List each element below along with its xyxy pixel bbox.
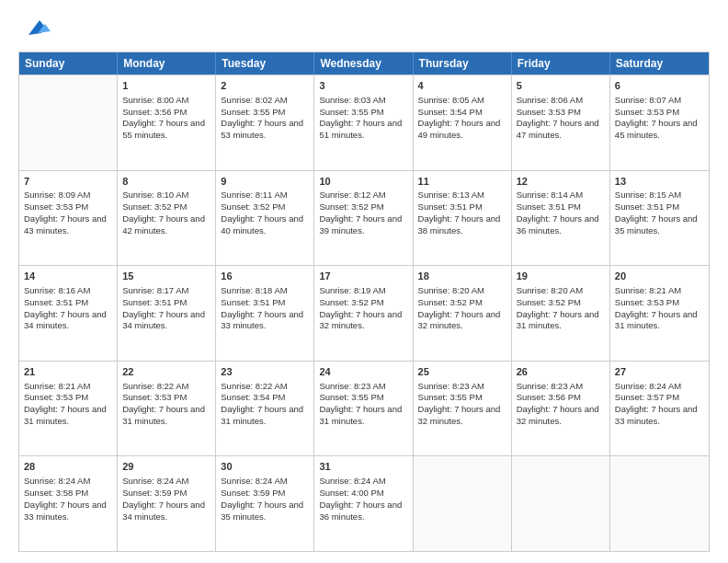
day-number: 3	[319, 79, 407, 93]
day-number: 6	[615, 79, 704, 93]
day-cell-30: 30Sunrise: 8:24 AMSunset: 3:59 PMDayligh…	[216, 456, 314, 551]
calendar: SundayMondayTuesdayWednesdayThursdayFrid…	[18, 52, 710, 552]
day-cell-11: 11Sunrise: 8:13 AMSunset: 3:51 PMDayligh…	[414, 171, 512, 266]
day-cell-29: 29Sunrise: 8:24 AMSunset: 3:59 PMDayligh…	[118, 456, 216, 551]
day-cell-31: 31Sunrise: 8:24 AMSunset: 4:00 PMDayligh…	[314, 456, 413, 551]
day-number: 29	[122, 460, 210, 474]
day-number: 26	[517, 365, 605, 379]
calendar-week-1: 1Sunrise: 8:00 AMSunset: 3:56 PMDaylight…	[19, 75, 709, 170]
day-info: Sunrise: 8:24 AMSunset: 3:59 PMDaylight:…	[221, 476, 309, 523]
day-info: Sunrise: 8:06 AMSunset: 3:53 PMDaylight:…	[517, 95, 605, 142]
day-cell-22: 22Sunrise: 8:22 AMSunset: 3:53 PMDayligh…	[118, 362, 216, 456]
weekday-header-saturday: Saturday	[610, 52, 709, 75]
page: SundayMondayTuesdayWednesdayThursdayFrid…	[0, 0, 728, 563]
day-info: Sunrise: 8:02 AMSunset: 3:55 PMDaylight:…	[221, 95, 309, 142]
day-info: Sunrise: 8:23 AMSunset: 3:55 PMDaylight:…	[319, 381, 407, 428]
calendar-body: 1Sunrise: 8:00 AMSunset: 3:56 PMDaylight…	[19, 75, 709, 551]
weekday-header-friday: Friday	[512, 52, 610, 75]
day-number: 23	[221, 365, 309, 379]
weekday-header-wednesday: Wednesday	[314, 52, 413, 75]
day-cell-26: 26Sunrise: 8:23 AMSunset: 3:56 PMDayligh…	[512, 362, 610, 456]
day-info: Sunrise: 8:12 AMSunset: 3:52 PMDaylight:…	[319, 190, 407, 236]
day-info: Sunrise: 8:23 AMSunset: 3:56 PMDaylight:…	[517, 381, 605, 428]
calendar-week-4: 21Sunrise: 8:21 AMSunset: 3:53 PMDayligh…	[19, 361, 709, 456]
logo-icon	[21, 13, 51, 42]
day-cell-21: 21Sunrise: 8:21 AMSunset: 3:53 PMDayligh…	[19, 362, 118, 456]
empty-cell	[414, 456, 512, 551]
day-info: Sunrise: 8:24 AMSunset: 3:57 PMDaylight:…	[615, 381, 704, 428]
calendar-header: SundayMondayTuesdayWednesdayThursdayFrid…	[19, 52, 709, 75]
day-number: 27	[615, 365, 704, 379]
day-cell-2: 2Sunrise: 8:02 AMSunset: 3:55 PMDaylight…	[216, 75, 314, 170]
day-number: 15	[122, 270, 210, 283]
day-info: Sunrise: 8:00 AMSunset: 3:56 PMDaylight:…	[122, 95, 210, 142]
day-info: Sunrise: 8:19 AMSunset: 3:52 PMDaylight:…	[319, 285, 407, 332]
weekday-header-thursday: Thursday	[414, 52, 512, 75]
day-info: Sunrise: 8:24 AMSunset: 3:58 PMDaylight:…	[24, 476, 112, 523]
day-cell-28: 28Sunrise: 8:24 AMSunset: 3:58 PMDayligh…	[19, 456, 118, 551]
empty-cell	[512, 456, 610, 551]
day-number: 28	[24, 460, 112, 474]
day-cell-17: 17Sunrise: 8:19 AMSunset: 3:52 PMDayligh…	[314, 266, 413, 361]
day-info: Sunrise: 8:14 AMSunset: 3:51 PMDaylight:…	[517, 190, 605, 236]
day-cell-13: 13Sunrise: 8:15 AMSunset: 3:51 PMDayligh…	[610, 171, 709, 266]
calendar-week-5: 28Sunrise: 8:24 AMSunset: 3:58 PMDayligh…	[19, 455, 709, 551]
day-info: Sunrise: 8:22 AMSunset: 3:53 PMDaylight:…	[122, 381, 210, 428]
day-info: Sunrise: 8:15 AMSunset: 3:51 PMDaylight:…	[615, 190, 704, 236]
day-cell-23: 23Sunrise: 8:22 AMSunset: 3:54 PMDayligh…	[216, 362, 314, 456]
day-number: 19	[517, 270, 605, 283]
day-info: Sunrise: 8:07 AMSunset: 3:53 PMDaylight:…	[615, 95, 704, 142]
empty-cell	[610, 456, 709, 551]
day-cell-10: 10Sunrise: 8:12 AMSunset: 3:52 PMDayligh…	[314, 171, 413, 266]
day-cell-14: 14Sunrise: 8:16 AMSunset: 3:51 PMDayligh…	[19, 266, 118, 361]
empty-cell	[19, 75, 118, 170]
day-number: 9	[221, 175, 309, 189]
day-info: Sunrise: 8:17 AMSunset: 3:51 PMDaylight:…	[122, 285, 210, 332]
day-number: 7	[24, 175, 112, 189]
day-info: Sunrise: 8:13 AMSunset: 3:51 PMDaylight:…	[418, 190, 506, 236]
day-info: Sunrise: 8:20 AMSunset: 3:52 PMDaylight:…	[517, 285, 605, 332]
day-number: 14	[24, 270, 112, 283]
day-number: 25	[418, 365, 506, 379]
day-cell-19: 19Sunrise: 8:20 AMSunset: 3:52 PMDayligh…	[512, 266, 610, 361]
day-number: 21	[24, 365, 112, 379]
day-info: Sunrise: 8:16 AMSunset: 3:51 PMDaylight:…	[24, 285, 112, 332]
day-info: Sunrise: 8:05 AMSunset: 3:54 PMDaylight:…	[418, 95, 506, 142]
day-number: 10	[319, 175, 407, 189]
day-info: Sunrise: 8:18 AMSunset: 3:51 PMDaylight:…	[221, 285, 309, 332]
day-info: Sunrise: 8:23 AMSunset: 3:55 PMDaylight:…	[418, 381, 506, 428]
weekday-header-sunday: Sunday	[19, 52, 118, 75]
weekday-header-monday: Monday	[118, 52, 216, 75]
day-cell-6: 6Sunrise: 8:07 AMSunset: 3:53 PMDaylight…	[610, 75, 709, 170]
day-number: 4	[418, 79, 506, 93]
day-cell-7: 7Sunrise: 8:09 AMSunset: 3:53 PMDaylight…	[19, 171, 118, 266]
day-number: 12	[517, 175, 605, 189]
day-number: 8	[122, 175, 210, 189]
day-cell-3: 3Sunrise: 8:03 AMSunset: 3:55 PMDaylight…	[314, 75, 413, 170]
day-cell-20: 20Sunrise: 8:21 AMSunset: 3:53 PMDayligh…	[610, 266, 709, 361]
weekday-header-tuesday: Tuesday	[216, 52, 314, 75]
day-number: 20	[615, 270, 704, 283]
day-cell-16: 16Sunrise: 8:18 AMSunset: 3:51 PMDayligh…	[216, 266, 314, 361]
day-cell-9: 9Sunrise: 8:11 AMSunset: 3:52 PMDaylight…	[216, 171, 314, 266]
logo	[18, 17, 51, 42]
day-info: Sunrise: 8:09 AMSunset: 3:53 PMDaylight:…	[24, 190, 112, 236]
day-cell-4: 4Sunrise: 8:05 AMSunset: 3:54 PMDaylight…	[414, 75, 512, 170]
day-info: Sunrise: 8:10 AMSunset: 3:52 PMDaylight:…	[122, 190, 210, 236]
calendar-week-3: 14Sunrise: 8:16 AMSunset: 3:51 PMDayligh…	[19, 265, 709, 361]
day-info: Sunrise: 8:03 AMSunset: 3:55 PMDaylight:…	[319, 95, 407, 142]
day-cell-15: 15Sunrise: 8:17 AMSunset: 3:51 PMDayligh…	[118, 266, 216, 361]
day-info: Sunrise: 8:21 AMSunset: 3:53 PMDaylight:…	[615, 285, 704, 332]
calendar-week-2: 7Sunrise: 8:09 AMSunset: 3:53 PMDaylight…	[19, 170, 709, 266]
day-number: 5	[517, 79, 605, 93]
day-info: Sunrise: 8:22 AMSunset: 3:54 PMDaylight:…	[221, 381, 309, 428]
day-info: Sunrise: 8:11 AMSunset: 3:52 PMDaylight:…	[221, 190, 309, 236]
day-number: 16	[221, 270, 309, 283]
day-number: 24	[319, 365, 407, 379]
day-cell-1: 1Sunrise: 8:00 AMSunset: 3:56 PMDaylight…	[118, 75, 216, 170]
day-cell-12: 12Sunrise: 8:14 AMSunset: 3:51 PMDayligh…	[512, 171, 610, 266]
day-number: 30	[221, 460, 309, 474]
day-info: Sunrise: 8:20 AMSunset: 3:52 PMDaylight:…	[418, 285, 506, 332]
day-cell-18: 18Sunrise: 8:20 AMSunset: 3:52 PMDayligh…	[414, 266, 512, 361]
day-info: Sunrise: 8:21 AMSunset: 3:53 PMDaylight:…	[24, 381, 112, 428]
